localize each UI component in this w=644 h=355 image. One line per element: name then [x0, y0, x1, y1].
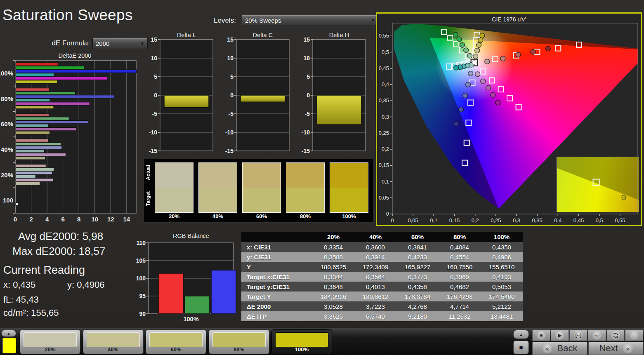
svg-text:-10: -10 [149, 129, 157, 136]
svg-text:0,15: 0,15 [379, 162, 389, 168]
range-button[interactable]: [··] [569, 329, 587, 341]
blank-button[interactable] [625, 329, 643, 341]
table-row: Target Y184,0926180,8612178,3784176,4298… [241, 292, 523, 301]
patch-button-60%[interactable]: 60% [146, 329, 206, 354]
svg-text:-5: -5 [152, 110, 158, 117]
svg-text:0,35: 0,35 [532, 217, 543, 223]
table-cell: 155,6510 [481, 262, 523, 272]
target-swatch-100% [330, 188, 368, 212]
measured-point-yellow [480, 33, 485, 38]
table-cell: 5,2122 [481, 301, 523, 311]
patch-label: 100% [272, 346, 332, 353]
svg-text:0,55: 0,55 [379, 33, 389, 39]
patch-button-80%[interactable]: 80% [209, 329, 269, 354]
next-button[interactable]: Next » [588, 342, 644, 355]
row-label: Target x:CIE31 [241, 272, 312, 282]
table-cell: 0,4358 [396, 282, 439, 292]
row-label: Target y:CIE31 [241, 282, 312, 292]
svg-text:5: 5 [307, 73, 310, 80]
back-button[interactable]: « Back [532, 342, 587, 355]
table-cell: 4,2768 [396, 301, 439, 311]
stop-button[interactable]: ■ [532, 329, 550, 341]
table-cell: 0,3773 [396, 272, 439, 282]
measured-point-red [500, 56, 505, 61]
measured-point-magenta [486, 85, 491, 90]
svg-text:0: 0 [307, 92, 310, 99]
table-cell: 184,0926 [312, 292, 354, 301]
swatch-level-label: 80% [286, 213, 325, 219]
patch-button-20%[interactable]: 20% [20, 329, 80, 354]
reading-x: x: 0,435 [3, 280, 35, 290]
svg-text:0: 0 [14, 216, 17, 223]
delta-l-chart: Delta L151050-5-10-15100% [148, 32, 215, 157]
target-square-magenta [507, 96, 512, 101]
patch-swatch [275, 332, 328, 347]
levels-dropdown[interactable]: 20% Sweeps ▼ [242, 15, 378, 26]
page-title: Saturation Sweeps [2, 7, 133, 24]
table-cell: 0,4084 [439, 242, 481, 252]
table-row: ΔE ITP3,36256,57409,218011,263213,4481 [241, 311, 523, 321]
refresh-button[interactable] [606, 329, 625, 341]
table-row: Y180,6525172,3409165,9227160,7550155,651… [241, 262, 523, 272]
measured-point-green [460, 42, 465, 47]
deltae2000-chart: DeltaE 200002468101214100%80%60%40%20%10… [0, 52, 138, 223]
table-cell: 0,4193 [481, 272, 523, 282]
collapse-up-button[interactable]: ▲ [1, 330, 16, 337]
table-cell: 0,3354 [312, 242, 354, 252]
svg-text:0,2: 0,2 [472, 217, 479, 223]
target-square-red [555, 46, 561, 51]
row-label: x: CIE31 [241, 242, 312, 252]
svg-text:12: 12 [107, 216, 114, 223]
reading-cdm2: cd/m²: 155,65 [3, 308, 59, 318]
reading-fl: fL: 45,43 [3, 294, 39, 305]
de-formula-dropdown[interactable]: 2000 ▼ [92, 38, 148, 49]
svg-text:-10: -10 [302, 129, 310, 136]
measured-point-green [467, 53, 472, 58]
patch-button-40%[interactable]: 40% [83, 329, 144, 354]
target-square-yellow [474, 32, 479, 38]
row-label: Y [241, 262, 312, 272]
svg-text:100%: 100% [183, 316, 198, 322]
svg-text:0,3: 0,3 [513, 217, 520, 223]
svg-text:0,55: 0,55 [615, 217, 625, 223]
table-cell: 3,3625 [312, 311, 354, 321]
target-square-magenta [481, 69, 486, 74]
app-window: Saturation Sweeps dE Formula: 2000 ▼ Lev… [0, 0, 644, 355]
svg-text:0,5: 0,5 [596, 217, 603, 223]
svg-text:0,35: 0,35 [379, 97, 389, 103]
svg-text:10: 10 [151, 55, 157, 61]
svg-text:0: 0 [230, 92, 234, 99]
stop-pattern-button[interactable]: ■ [513, 341, 529, 354]
transport-up-button[interactable]: ▲ [513, 330, 529, 339]
target-square-magenta [498, 87, 504, 92]
next-button-label: Next [599, 343, 618, 354]
svg-text:100: 100 [136, 275, 146, 282]
measured-point-yellow [477, 42, 481, 47]
row-label: ΔE 2000 [241, 301, 312, 311]
row-label: ΔE ITP [241, 311, 312, 321]
play-icon: ▶ [555, 331, 564, 340]
measured-point-green [453, 32, 458, 37]
svg-text:DeltaE 2000: DeltaE 2000 [59, 52, 92, 59]
next-arrow-icon: » [623, 343, 633, 353]
target-square-red [493, 56, 498, 61]
column-header: 100% [481, 232, 523, 242]
svg-text:6: 6 [61, 216, 64, 223]
measured-point-magenta [481, 79, 486, 84]
measured-point-green [457, 37, 462, 42]
play-button[interactable]: ▶ [551, 329, 569, 341]
table-cell: 0,4013 [354, 282, 396, 292]
table-cell: 0,4906 [481, 252, 523, 262]
infinity-button[interactable]: ∞ [588, 329, 606, 341]
target-square-magenta [516, 104, 521, 110]
table-row: x: CIE310,33540,36000,38410,40840,4350 [241, 242, 523, 252]
cie-diagram-panel[interactable]: CIE 1976 u'v' 000,050,050,10,10,150,150,… [376, 12, 642, 226]
current-patch-color [2, 338, 16, 353]
table-cell: 0,4682 [439, 282, 481, 292]
table-cell: 160,7550 [439, 262, 481, 272]
patch-button-100%[interactable]: 100% [271, 329, 332, 354]
svg-text:-15: -15 [302, 148, 310, 154]
table-cell: 0,4350 [481, 242, 523, 252]
target-square-green [453, 42, 459, 47]
svg-text:0,1: 0,1 [430, 217, 437, 223]
